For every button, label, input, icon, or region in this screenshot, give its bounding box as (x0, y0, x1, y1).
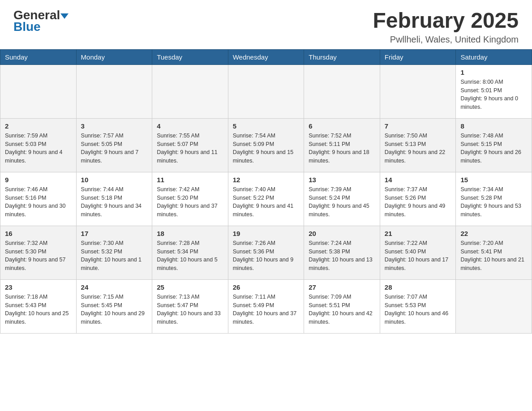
day-info: Sunrise: 7:39 AMSunset: 5:24 PMDaylight:… (309, 185, 375, 219)
day-number: 19 (233, 230, 300, 237)
calendar-cell: 15Sunrise: 7:34 AMSunset: 5:28 PMDayligh… (456, 172, 532, 226)
calendar-cell: 20Sunrise: 7:24 AMSunset: 5:38 PMDayligh… (304, 226, 380, 279)
day-info: Sunrise: 7:18 AMSunset: 5:43 PMDaylight:… (5, 293, 72, 326)
day-number: 2 (5, 122, 72, 130)
title-block: February 2025 Pwllheli, Wales, United Ki… (373, 9, 519, 45)
calendar-cell: 21Sunrise: 7:22 AMSunset: 5:40 PMDayligh… (380, 226, 456, 279)
day-number: 10 (81, 176, 148, 184)
calendar-cell: 25Sunrise: 7:13 AMSunset: 5:47 PMDayligh… (152, 279, 228, 333)
month-title: February 2025 (373, 9, 519, 33)
calendar-week-row: 2Sunrise: 7:59 AMSunset: 5:03 PMDaylight… (0, 118, 532, 172)
logo: General Blue (13, 9, 69, 34)
calendar-cell: 3Sunrise: 7:57 AMSunset: 5:05 PMDaylight… (76, 118, 152, 172)
day-number: 9 (5, 176, 72, 184)
day-info: Sunrise: 7:32 AMSunset: 5:30 PMDaylight:… (5, 239, 72, 273)
day-info: Sunrise: 7:52 AMSunset: 5:11 PMDaylight:… (309, 132, 375, 165)
location-title: Pwllheli, Wales, United Kingdom (373, 34, 519, 45)
day-info: Sunrise: 7:24 AMSunset: 5:38 PMDaylight:… (309, 239, 375, 273)
day-number: 5 (233, 122, 300, 130)
calendar-cell: 2Sunrise: 7:59 AMSunset: 5:03 PMDaylight… (0, 118, 77, 172)
day-info: Sunrise: 7:11 AMSunset: 5:49 PMDaylight:… (233, 293, 300, 326)
calendar-week-row: 16Sunrise: 7:32 AMSunset: 5:30 PMDayligh… (0, 226, 532, 279)
calendar-cell: 27Sunrise: 7:09 AMSunset: 5:51 PMDayligh… (304, 279, 380, 333)
calendar-cell: 7Sunrise: 7:50 AMSunset: 5:13 PMDaylight… (380, 118, 456, 172)
day-info: Sunrise: 7:07 AMSunset: 5:53 PMDaylight:… (385, 293, 451, 326)
day-info: Sunrise: 7:13 AMSunset: 5:47 PMDaylight:… (157, 293, 223, 326)
day-number: 3 (81, 122, 148, 130)
calendar-table: Sunday Monday Tuesday Wednesday Thursday… (0, 49, 532, 334)
calendar-cell: 8Sunrise: 7:48 AMSunset: 5:15 PMDaylight… (456, 118, 532, 172)
day-info: Sunrise: 7:57 AMSunset: 5:05 PMDaylight:… (81, 132, 148, 165)
day-info: Sunrise: 7:26 AMSunset: 5:36 PMDaylight:… (233, 239, 300, 273)
day-number: 15 (460, 176, 527, 184)
calendar-cell: 13Sunrise: 7:39 AMSunset: 5:24 PMDayligh… (304, 172, 380, 226)
day-number: 8 (460, 122, 527, 130)
day-number: 28 (385, 283, 451, 291)
col-tuesday: Tuesday (152, 49, 228, 64)
day-number: 20 (309, 230, 375, 237)
day-info: Sunrise: 7:30 AMSunset: 5:32 PMDaylight:… (81, 239, 148, 273)
calendar-cell (456, 279, 532, 333)
col-monday: Monday (76, 49, 152, 64)
calendar-cell: 17Sunrise: 7:30 AMSunset: 5:32 PMDayligh… (76, 226, 152, 279)
day-number: 23 (5, 283, 72, 291)
day-info: Sunrise: 7:40 AMSunset: 5:22 PMDaylight:… (233, 185, 300, 219)
calendar-cell: 14Sunrise: 7:37 AMSunset: 5:26 PMDayligh… (380, 172, 456, 226)
day-info: Sunrise: 7:20 AMSunset: 5:41 PMDaylight:… (460, 239, 527, 273)
calendar-cell: 6Sunrise: 7:52 AMSunset: 5:11 PMDaylight… (304, 118, 380, 172)
day-number: 17 (81, 230, 148, 237)
day-info: Sunrise: 7:34 AMSunset: 5:28 PMDaylight:… (460, 185, 527, 219)
calendar-cell: 23Sunrise: 7:18 AMSunset: 5:43 PMDayligh… (0, 279, 77, 333)
day-number: 6 (309, 122, 375, 130)
calendar-cell: 26Sunrise: 7:11 AMSunset: 5:49 PMDayligh… (228, 279, 304, 333)
col-wednesday: Wednesday (228, 49, 304, 64)
calendar-cell: 11Sunrise: 7:42 AMSunset: 5:20 PMDayligh… (152, 172, 228, 226)
calendar-cell: 24Sunrise: 7:15 AMSunset: 5:45 PMDayligh… (76, 279, 152, 333)
day-number: 24 (81, 283, 148, 291)
day-info: Sunrise: 7:09 AMSunset: 5:51 PMDaylight:… (309, 293, 375, 326)
calendar-cell (152, 64, 228, 118)
calendar-cell: 16Sunrise: 7:32 AMSunset: 5:30 PMDayligh… (0, 226, 77, 279)
calendar-cell: 10Sunrise: 7:44 AMSunset: 5:18 PMDayligh… (76, 172, 152, 226)
calendar-week-row: 9Sunrise: 7:46 AMSunset: 5:16 PMDaylight… (0, 172, 532, 226)
calendar-cell (304, 64, 380, 118)
col-sunday: Sunday (0, 49, 77, 64)
day-info: Sunrise: 7:28 AMSunset: 5:34 PMDaylight:… (157, 239, 223, 273)
calendar-cell (0, 64, 77, 118)
calendar-cell (380, 64, 456, 118)
calendar-cell: 12Sunrise: 7:40 AMSunset: 5:22 PMDayligh… (228, 172, 304, 226)
day-info: Sunrise: 7:59 AMSunset: 5:03 PMDaylight:… (5, 132, 72, 165)
logo-line2: Blue (13, 20, 41, 34)
day-number: 21 (385, 230, 451, 237)
day-number: 27 (309, 283, 375, 291)
calendar-cell: 18Sunrise: 7:28 AMSunset: 5:34 PMDayligh… (152, 226, 228, 279)
day-info: Sunrise: 7:37 AMSunset: 5:26 PMDaylight:… (385, 185, 451, 219)
calendar-cell: 5Sunrise: 7:54 AMSunset: 5:09 PMDaylight… (228, 118, 304, 172)
day-number: 16 (5, 230, 72, 237)
day-info: Sunrise: 7:15 AMSunset: 5:45 PMDaylight:… (81, 293, 148, 326)
day-number: 12 (233, 176, 300, 184)
day-info: Sunrise: 8:00 AMSunset: 5:01 PMDaylight:… (460, 78, 527, 111)
day-info: Sunrise: 7:54 AMSunset: 5:09 PMDaylight:… (233, 132, 300, 165)
calendar-cell: 9Sunrise: 7:46 AMSunset: 5:16 PMDaylight… (0, 172, 77, 226)
day-info: Sunrise: 7:55 AMSunset: 5:07 PMDaylight:… (157, 132, 223, 165)
day-number: 22 (460, 230, 527, 237)
col-thursday: Thursday (304, 49, 380, 64)
calendar-cell: 4Sunrise: 7:55 AMSunset: 5:07 PMDaylight… (152, 118, 228, 172)
day-number: 13 (309, 176, 375, 184)
day-number: 4 (157, 122, 223, 130)
day-number: 7 (385, 122, 451, 130)
day-number: 1 (460, 68, 527, 76)
page-header: General Blue February 2025 Pwllheli, Wal… (0, 0, 532, 49)
col-friday: Friday (380, 49, 456, 64)
calendar-cell (76, 64, 152, 118)
day-info: Sunrise: 7:22 AMSunset: 5:40 PMDaylight:… (385, 239, 451, 273)
calendar-week-row: 23Sunrise: 7:18 AMSunset: 5:43 PMDayligh… (0, 279, 532, 333)
calendar-cell (228, 64, 304, 118)
calendar-cell: 19Sunrise: 7:26 AMSunset: 5:36 PMDayligh… (228, 226, 304, 279)
day-number: 14 (385, 176, 451, 184)
calendar-cell: 28Sunrise: 7:07 AMSunset: 5:53 PMDayligh… (380, 279, 456, 333)
calendar-cell: 22Sunrise: 7:20 AMSunset: 5:41 PMDayligh… (456, 226, 532, 279)
day-number: 18 (157, 230, 223, 237)
day-number: 26 (233, 283, 300, 291)
